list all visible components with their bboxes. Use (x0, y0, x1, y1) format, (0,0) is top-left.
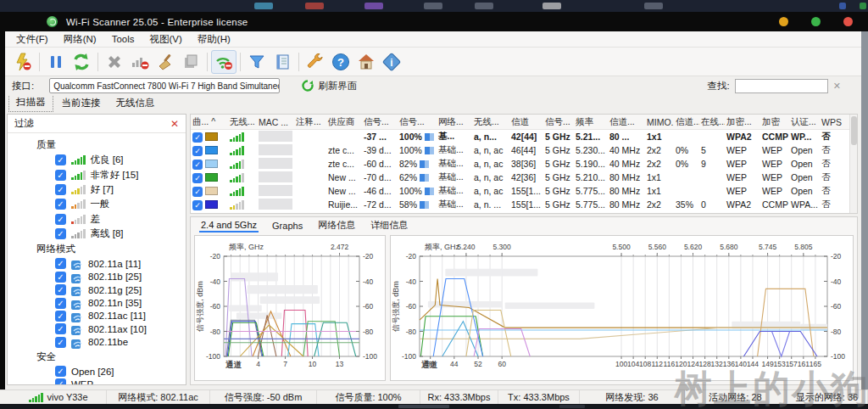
row-checkbox[interactable]: ✓ (192, 173, 203, 183)
filter-group-1[interactable]: 网络模式 (8, 241, 186, 257)
maximize-dot[interactable] (811, 17, 821, 26)
scan-power-button[interactable] (10, 50, 36, 74)
filter-item[interactable]: ✓差 (8, 212, 186, 227)
close-dot[interactable] (843, 17, 853, 26)
column-header[interactable]: 曲... ^ (191, 116, 228, 128)
tab-0[interactable]: 扫描器 (8, 93, 53, 112)
checkbox-checked[interactable]: ✓ (55, 366, 66, 377)
find-input[interactable] (735, 79, 828, 93)
menu-item-3[interactable]: 视图(V) (142, 31, 190, 48)
checkbox-checked[interactable]: ✓ (55, 258, 66, 269)
home-button[interactable] (353, 50, 379, 74)
checkbox-checked[interactable]: ✓ (55, 170, 66, 181)
filter-item[interactable]: ✓非常好 [15] (8, 167, 186, 182)
checkbox-checked[interactable]: ✓ (55, 184, 66, 195)
column-header[interactable]: 无线... (472, 116, 509, 128)
column-header[interactable]: 认证... (789, 116, 820, 128)
chart-tab-0[interactable]: 2.4 and 5Ghz (199, 219, 259, 233)
checkbox-checked[interactable]: ✓ (55, 272, 66, 283)
refresh-button[interactable] (69, 50, 94, 74)
column-header[interactable]: 在线... (699, 116, 725, 128)
column-header[interactable]: 信道... (608, 116, 645, 128)
column-header[interactable]: 无线... (228, 116, 257, 128)
delete-button[interactable] (102, 50, 127, 74)
row-checkbox[interactable]: ✓ (192, 146, 203, 156)
pause-button[interactable] (43, 50, 69, 74)
filter-item[interactable]: ✓802.11be (8, 336, 186, 349)
row-checkbox[interactable]: ✓ (192, 187, 203, 197)
table-row[interactable]: ✓ zte c...-60 d...82%基础...a, n, ac38[36]… (191, 157, 857, 171)
table-row[interactable]: ✓ New ...-46 d...100%基础...a, n, ac155[1.… (191, 184, 857, 198)
filter-item[interactable]: ✓优良 [6] (8, 153, 186, 167)
checkbox-checked[interactable]: ✓ (55, 311, 66, 322)
menu-item-1[interactable]: 网络(N) (56, 31, 104, 48)
column-header[interactable]: 频率 (574, 116, 608, 128)
table-row[interactable]: ✓ New ...-70 d...62%基础...a, n, ac42[36]5… (191, 171, 857, 184)
row-checkbox[interactable]: ✓ (192, 200, 203, 210)
chart-tab-1[interactable]: Graphs (270, 220, 304, 232)
row-checkbox[interactable]: ✓ (192, 132, 203, 143)
column-header[interactable]: MAC ... (257, 117, 294, 127)
table-scrollbar[interactable] (849, 115, 857, 213)
filter-group-2[interactable]: 安全 (8, 349, 186, 365)
filter-item[interactable]: ✓好 [7] (8, 182, 186, 197)
checkbox-checked[interactable]: ✓ (55, 284, 66, 295)
filter-item[interactable]: ✓802.11a [11] (8, 257, 186, 270)
about-info-button[interactable]: i (379, 50, 404, 74)
filter-item[interactable]: ✓离线 [8] (8, 227, 186, 241)
checkbox-checked[interactable]: ✓ (55, 298, 66, 309)
menu-item-4[interactable]: 帮助(H) (190, 31, 238, 48)
notebook-button[interactable] (270, 50, 295, 74)
checkbox-checked[interactable]: ✓ (55, 337, 66, 348)
column-header[interactable]: 加密... (725, 116, 760, 128)
column-header[interactable]: 信号... (398, 116, 437, 128)
find-clear-icon[interactable]: ✕ (833, 81, 841, 92)
help-button[interactable]: ? (328, 50, 353, 74)
column-header[interactable]: WPS . (820, 117, 843, 127)
filter-item[interactable]: ✓Open [26] (8, 365, 186, 378)
column-header[interactable]: 信号... (543, 116, 574, 128)
checkbox-checked[interactable]: ✓ (55, 199, 66, 210)
window-controls[interactable] (779, 17, 853, 26)
adapter-select[interactable]: Qualcomm FastConnect 7800 Wi-Fi 7 High B… (49, 78, 280, 93)
chart-tab-3[interactable]: 详细信息 (369, 218, 409, 233)
filter-item[interactable]: ✓WEP (8, 378, 186, 384)
column-header[interactable]: 信号... (362, 116, 398, 128)
table-row[interactable]: ✓ zte c...-39 d...100%基础...a, n, ac46[44… (191, 143, 857, 157)
settings-wrench-button[interactable] (303, 50, 328, 74)
clear-broom-button[interactable] (153, 50, 178, 74)
checkbox-checked[interactable]: ✓ (55, 214, 66, 225)
column-header[interactable]: 加密 (760, 116, 789, 128)
column-header[interactable]: MIMO... (645, 117, 674, 127)
refresh-ui-button[interactable]: 刷新界面 (302, 80, 357, 92)
row-checkbox[interactable]: ✓ (192, 160, 203, 170)
filter-item[interactable]: ✓802.11g [25] (8, 283, 186, 296)
menu-item-0[interactable]: 文件(F) (8, 31, 56, 48)
table-row[interactable]: ✓ Ruijie...-72 d...58%基础...a, n. ...155[… (191, 198, 857, 211)
checkbox-checked[interactable]: ✓ (55, 323, 66, 334)
chart-tab-2[interactable]: 网络信息 (316, 218, 357, 233)
minimize-dot[interactable] (779, 17, 788, 26)
menu-item-2[interactable]: Tools (104, 32, 142, 46)
checkbox-checked[interactable]: ✓ (55, 378, 66, 384)
checkbox-checked[interactable]: ✓ (55, 154, 66, 165)
column-header[interactable]: 信道... (674, 116, 699, 128)
column-header[interactable]: 网络... (437, 116, 472, 128)
column-header[interactable]: 信道 (509, 116, 543, 128)
tab-1[interactable]: 当前连接 (55, 95, 108, 112)
column-header[interactable]: 供应商 (326, 116, 362, 128)
wifi-stop-button[interactable] (211, 50, 236, 74)
filter-group-0[interactable]: 质量 (8, 137, 186, 153)
filter-funnel-button[interactable] (244, 50, 270, 74)
copy-button[interactable] (178, 50, 203, 74)
filter-close-icon[interactable]: ✕ (170, 118, 179, 130)
column-header[interactable]: 注释... (294, 116, 326, 128)
filter-item[interactable]: ✓一般 (8, 197, 186, 211)
filter-item[interactable]: ✓802.11b [25] (8, 271, 186, 283)
tab-2[interactable]: 无线信息 (109, 95, 162, 112)
filter-item[interactable]: ✓802.11n [35] (8, 296, 186, 309)
checkbox-checked[interactable]: ✓ (55, 228, 66, 239)
filter-item[interactable]: ✓802.11ac [11] (8, 310, 186, 322)
signal-remove-button[interactable] (127, 50, 153, 74)
table-row[interactable]: ✓ -37 ...100%基...a, n...42[44]5 GHz5.21.… (191, 130, 857, 143)
